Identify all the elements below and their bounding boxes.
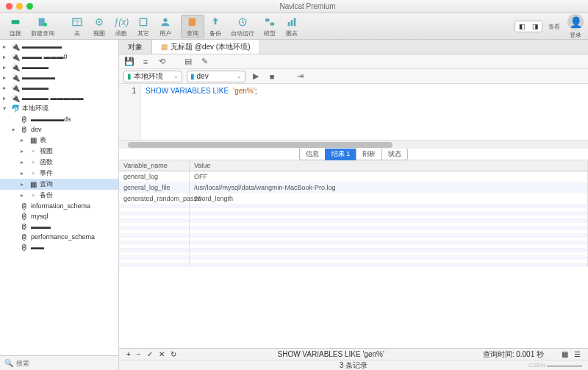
sidebar-item-14[interactable]: ▸▫备份: [0, 190, 118, 201]
sidebar-item-label: ▬▬▬▬ ▬▬▬▬▬: [22, 94, 84, 102]
cell-value: [190, 249, 588, 252]
export-icon[interactable]: ⇥: [294, 71, 306, 82]
cell-value: [190, 256, 588, 259]
stop-icon[interactable]: ■: [266, 71, 278, 82]
tb-chart[interactable]: 图表: [281, 15, 303, 38]
col-variable-name[interactable]: Variable_name: [119, 160, 190, 171]
sidebar-item-9[interactable]: ▸▦表: [0, 135, 118, 146]
sidebar-item-17[interactable]: 🛢▬▬▬: [0, 221, 118, 232]
apply-icon[interactable]: ✓: [144, 350, 156, 358]
cell-value: [190, 234, 588, 237]
grid-view-icon[interactable]: ▦: [559, 350, 571, 358]
table-row[interactable]: general_logOFF: [119, 171, 588, 182]
sidebar-item-8[interactable]: ▾🛢dev: [0, 124, 118, 135]
sidebar-item-16[interactable]: 🛢mysql: [0, 211, 118, 221]
remove-row-icon[interactable]: −: [134, 350, 144, 358]
refresh-icon[interactable]: ↻: [168, 350, 179, 358]
tb-backup[interactable]: 备份: [204, 15, 226, 38]
main-panel: 对象 ▦无标题 @dev (本地环境) 💾 ≡ ⟲ ▤ ✎ ▮ 本地环境⌄ ▮ …: [119, 40, 588, 370]
sidebar-item-10[interactable]: ▸▫视图: [0, 146, 118, 157]
form-view-icon[interactable]: ☰: [571, 350, 584, 358]
tab-query[interactable]: ▦无标题 @dev (本地环境): [152, 40, 260, 54]
view-toggle[interactable]: ◧◨: [514, 21, 542, 32]
sidebar-item-label: ▬▬: [31, 243, 44, 251]
cell-name: [119, 260, 190, 263]
table-row[interactable]: [119, 263, 588, 267]
tb-connect[interactable]: 连接: [4, 15, 26, 38]
sidebar-item-label: 函数: [40, 157, 53, 167]
explain-icon[interactable]: ✎: [198, 56, 210, 68]
sidebar-item-1[interactable]: ▸🔌▬▬▬ ▬▬▬0: [0, 51, 118, 62]
cell-value: [190, 212, 588, 215]
add-row-icon[interactable]: +: [123, 350, 134, 358]
sidebar-item-4[interactable]: ▸🔌▬▬▬▬: [0, 82, 118, 93]
tb-user[interactable]: 用户: [154, 15, 176, 38]
zoom-icon[interactable]: [26, 3, 33, 10]
cell-value: [190, 260, 588, 263]
result-tab-0[interactable]: 信息: [299, 148, 325, 160]
tb-auto[interactable]: 自动运行: [226, 15, 259, 38]
tb-query[interactable]: 查询: [181, 15, 204, 38]
cell-name: [119, 252, 190, 255]
cancel-icon[interactable]: ✕: [156, 350, 168, 358]
tb-model[interactable]: 模型: [259, 15, 281, 38]
cell-name: general_log: [119, 171, 190, 182]
view-right-icon[interactable]: ◨: [528, 21, 542, 32]
table-row[interactable]: generated_random_password_length20: [119, 193, 588, 204]
sql-editor[interactable]: 1 SHOW VARIABLES LIKE 'gen%';: [119, 84, 588, 140]
search-input[interactable]: [16, 360, 114, 367]
tb-newquery[interactable]: 新建查询: [26, 15, 59, 38]
sidebar-item-2[interactable]: ▸🔌▬▬▬▬: [0, 62, 118, 72]
sidebar-item-18[interactable]: 🛢performance_schema: [0, 232, 118, 242]
view-left-icon[interactable]: ◧: [515, 21, 528, 32]
db-icon: 🛢: [20, 212, 29, 221]
sidebar-item-6[interactable]: ▾🐬本地环境: [0, 103, 118, 114]
conn-combo[interactable]: ▮ 本地环境⌄: [123, 71, 182, 82]
editor-toolbar: 💾 ≡ ⟲ ▤ ✎: [119, 54, 588, 69]
minimize-icon[interactable]: [16, 3, 23, 10]
result-tab-2[interactable]: 剖析: [356, 148, 381, 160]
cell-name: [119, 238, 190, 241]
sidebar-item-15[interactable]: 🛢information_schema: [0, 201, 118, 211]
table-row[interactable]: general_log_file/usr/local/mysql/data/wa…: [119, 182, 588, 193]
tb-view[interactable]: 视图: [88, 15, 110, 38]
db-combo[interactable]: ▮ dev⌄: [187, 71, 245, 82]
snippet-icon[interactable]: ▤: [182, 56, 194, 68]
tab-objects[interactable]: 对象: [119, 40, 152, 54]
cell-name: general_log_file: [119, 182, 190, 193]
tb-table[interactable]: 表: [66, 15, 88, 38]
cell-value: [190, 230, 588, 233]
status-sql: SHOW VARIABLES LIKE 'gen%': [179, 350, 483, 358]
sidebar-item-12[interactable]: ▸▫事件: [0, 168, 118, 179]
sidebar-item-19[interactable]: 🛢▬▬: [0, 242, 118, 252]
sidebar-item-5[interactable]: ▸🔌▬▬▬▬ ▬▬▬▬▬: [0, 93, 118, 103]
result-tab-1[interactable]: 结果 1: [325, 148, 356, 160]
conn-icon: 🔌: [11, 63, 20, 71]
undo-icon[interactable]: ⟲: [156, 56, 168, 68]
cell-name: [119, 263, 190, 266]
conn-icon: 🔌: [11, 52, 20, 61]
sidebar-item-7[interactable]: 🛢▬▬▬▬▬ds: [0, 114, 118, 124]
cell-name: [119, 249, 190, 252]
run-icon[interactable]: ▶: [250, 71, 262, 82]
col-value[interactable]: Value: [190, 160, 588, 171]
result-tab-3[interactable]: 状态: [381, 148, 408, 160]
tb-other[interactable]: 其它: [132, 15, 154, 38]
svg-point-2: [43, 22, 47, 26]
avatar-icon[interactable]: 👤: [567, 14, 584, 30]
sidebar-item-0[interactable]: ▸🔌▬▬▬▬▬▬: [0, 41, 118, 51]
tb-function[interactable]: ƒ(x)函数: [110, 15, 132, 38]
format-icon[interactable]: ≡: [140, 56, 151, 68]
sidebar-item-label: 事件: [40, 168, 53, 178]
save-icon[interactable]: 💾: [123, 56, 135, 68]
svg-rect-14: [288, 22, 290, 26]
result-grid[interactable]: Variable_name Value general_logOFFgenera…: [119, 160, 588, 348]
ev-icon: ▫: [29, 169, 37, 178]
sidebar-item-11[interactable]: ▸▫函数: [0, 157, 118, 168]
close-icon[interactable]: [6, 3, 12, 10]
scrollbar-thumb[interactable]: [128, 142, 392, 148]
editor-scrollbar[interactable]: [119, 140, 588, 149]
cell-value: [190, 208, 588, 211]
sidebar-item-3[interactable]: ▸🔌▬▬▬▬▬: [0, 72, 118, 82]
sidebar-item-13[interactable]: ▸▦查询: [0, 179, 118, 190]
